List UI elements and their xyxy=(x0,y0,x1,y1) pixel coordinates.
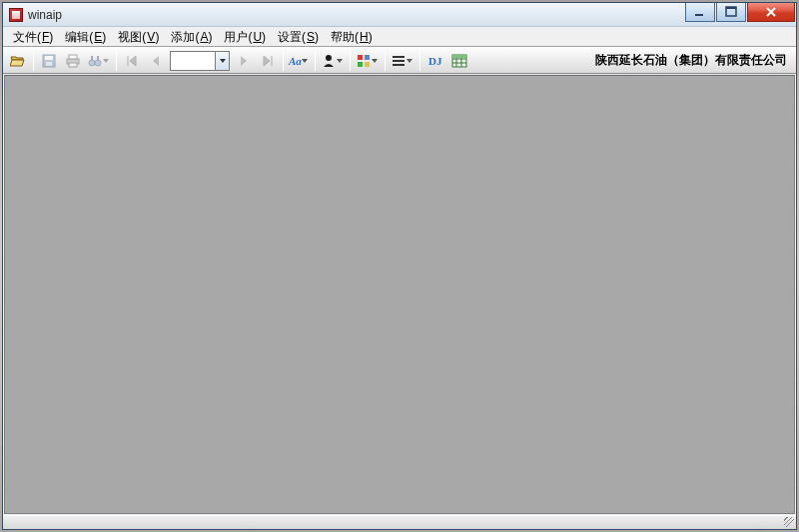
svg-rect-8 xyxy=(69,63,77,67)
grid-view-button[interactable] xyxy=(355,50,381,72)
list-icon xyxy=(391,53,406,69)
menu-label: 帮助 xyxy=(331,30,355,44)
company-label: 陕西延长石油（集团）有限责任公司 xyxy=(595,52,793,69)
menu-label: 编辑 xyxy=(65,30,89,44)
minimize-button[interactable] xyxy=(685,3,715,22)
svg-rect-4 xyxy=(45,56,53,60)
toolbar-separator xyxy=(350,51,351,71)
font-button[interactable]: Aa xyxy=(288,50,311,72)
binoculars-icon xyxy=(87,53,103,69)
window-title: winaip xyxy=(28,8,685,22)
svg-rect-14 xyxy=(358,55,363,60)
menu-key: A xyxy=(200,30,208,44)
menu-label: 用户 xyxy=(224,30,248,44)
svg-rect-17 xyxy=(365,62,370,67)
dj-button[interactable]: DJ xyxy=(424,50,446,72)
client-area xyxy=(4,75,795,514)
folder-open-icon xyxy=(10,53,26,69)
svg-rect-15 xyxy=(365,55,370,60)
menu-settings[interactable]: 设置(S) xyxy=(272,27,325,46)
app-window: winaip 文件(F) 编辑(E) 视图(V) 添加(A) 用户(U) 设置(… xyxy=(2,2,797,530)
toolbar-separator xyxy=(385,51,386,71)
first-page-icon xyxy=(124,53,140,69)
table-icon xyxy=(451,53,467,69)
window-buttons xyxy=(685,3,796,26)
menu-help[interactable]: 帮助(H) xyxy=(325,27,379,46)
menu-key: E xyxy=(94,30,102,44)
toolbar-separator xyxy=(315,51,316,71)
svg-rect-12 xyxy=(97,56,99,60)
toolbar-separator xyxy=(33,51,34,71)
status-bar xyxy=(3,515,796,529)
first-page-button[interactable] xyxy=(121,50,143,72)
chevron-right-icon xyxy=(236,53,252,69)
page-zoom-combo[interactable] xyxy=(170,51,230,71)
font-icon: Aa xyxy=(289,55,302,67)
last-page-icon xyxy=(260,53,276,69)
chevron-left-icon xyxy=(148,53,164,69)
svg-point-9 xyxy=(89,60,95,66)
combo-dropdown-button[interactable] xyxy=(215,52,229,70)
menu-file[interactable]: 文件(F) xyxy=(7,27,59,46)
svg-rect-26 xyxy=(452,55,466,58)
menu-user[interactable]: 用户(U) xyxy=(218,27,272,46)
svg-rect-0 xyxy=(695,14,703,16)
svg-point-13 xyxy=(326,55,332,61)
prev-page-button[interactable] xyxy=(145,50,167,72)
open-button[interactable] xyxy=(7,50,29,72)
table-button[interactable] xyxy=(448,50,470,72)
svg-rect-2 xyxy=(726,7,736,9)
menu-label: 视图 xyxy=(118,30,142,44)
menu-add[interactable]: 添加(A) xyxy=(165,27,218,46)
next-page-button[interactable] xyxy=(233,50,255,72)
menu-label: 文件 xyxy=(13,30,37,44)
menu-edit[interactable]: 编辑(E) xyxy=(59,27,112,46)
menu-key: U xyxy=(253,30,262,44)
page-zoom-input[interactable] xyxy=(171,52,215,70)
svg-rect-19 xyxy=(393,60,404,62)
svg-point-10 xyxy=(95,60,101,66)
last-page-button[interactable] xyxy=(257,50,279,72)
toolbar-separator xyxy=(419,51,420,71)
printer-icon xyxy=(65,53,81,69)
menu-key: S xyxy=(307,30,315,44)
svg-rect-20 xyxy=(393,64,404,66)
user-button[interactable] xyxy=(320,50,346,72)
menu-label: 设置 xyxy=(278,30,302,44)
menu-label: 添加 xyxy=(171,30,195,44)
svg-rect-7 xyxy=(69,55,77,59)
svg-rect-18 xyxy=(393,56,404,58)
save-button[interactable] xyxy=(38,50,60,72)
title-bar[interactable]: winaip xyxy=(3,3,796,27)
menu-key: V xyxy=(147,30,155,44)
grid-icon xyxy=(356,53,372,69)
person-icon xyxy=(321,53,337,69)
toolbar-separator xyxy=(116,51,117,71)
find-button[interactable] xyxy=(86,50,112,72)
menu-key: F xyxy=(42,30,49,44)
svg-rect-11 xyxy=(91,56,93,60)
close-button[interactable] xyxy=(747,3,795,22)
svg-rect-5 xyxy=(46,62,52,66)
menu-key: H xyxy=(360,30,369,44)
dj-icon: DJ xyxy=(428,55,441,67)
list-view-button[interactable] xyxy=(390,50,415,72)
save-icon xyxy=(41,53,57,69)
toolbar-separator xyxy=(283,51,284,71)
menu-bar: 文件(F) 编辑(E) 视图(V) 添加(A) 用户(U) 设置(S) 帮助(H… xyxy=(3,27,796,47)
app-icon xyxy=(9,8,23,22)
toolbar: Aa xyxy=(3,47,796,74)
maximize-button[interactable] xyxy=(716,3,746,22)
print-button[interactable] xyxy=(62,50,84,72)
svg-rect-16 xyxy=(358,62,363,67)
menu-view[interactable]: 视图(V) xyxy=(112,27,165,46)
